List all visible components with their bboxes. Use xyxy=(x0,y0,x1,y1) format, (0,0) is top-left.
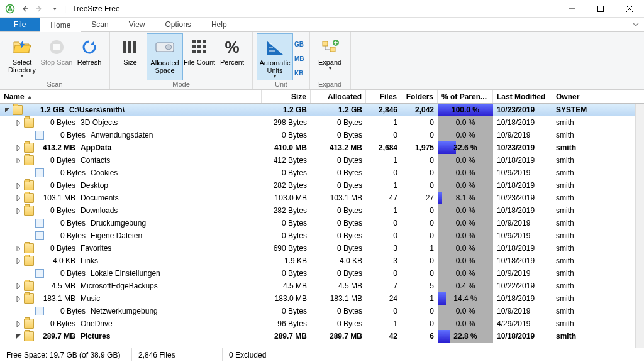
col-header-size[interactable]: Size xyxy=(262,90,311,103)
status-free-space: Free Space: 19.7 GB (of 38.9 GB) xyxy=(0,348,132,361)
inline-size-label: 1.2 GB xyxy=(25,106,68,114)
tree-row[interactable]: 4.5 MBMicrosoftEdgeBackups4.5 MB4.5 MB75… xyxy=(0,280,644,292)
unit-kb-button[interactable]: KB xyxy=(294,70,304,77)
cell-owner: smith xyxy=(552,229,635,242)
cell-size: 298 Bytes xyxy=(262,116,311,129)
folder-open-icon xyxy=(12,37,32,57)
expander-button[interactable] xyxy=(14,294,23,303)
select-directory-button[interactable]: Select Directory ▾ xyxy=(4,33,40,80)
tree-row[interactable]: 103.1 MBDocuments103.0 MB103.1 MB47278.1… xyxy=(0,192,644,204)
tree-row[interactable]: 0 BytesDruckumgebung0 Bytes0 Bytes000.0 … xyxy=(0,217,644,229)
nav-back-button[interactable] xyxy=(19,3,30,14)
col-header-percent[interactable]: % of Paren... xyxy=(438,90,493,103)
col-header-owner[interactable]: Owner xyxy=(552,90,635,103)
chevron-down-icon: ▾ xyxy=(329,66,331,72)
expander-button[interactable] xyxy=(14,194,23,202)
cell-allocated: 103.1 MB xyxy=(311,192,366,204)
cell-percent: 0.0 % xyxy=(438,317,493,330)
expander-button[interactable] xyxy=(14,118,23,127)
cell-folders: 0 xyxy=(401,255,438,267)
col-header-allocated[interactable]: Allocated xyxy=(311,90,366,103)
ribbon-collapse-button[interactable] xyxy=(628,18,644,31)
cell-owner: smith xyxy=(552,330,635,343)
cell-percent: 32.6 % xyxy=(438,141,493,154)
tab-home[interactable]: Home xyxy=(40,18,81,32)
vertical-scrollbar[interactable] xyxy=(635,104,644,348)
nav-forward-button[interactable] xyxy=(34,3,45,14)
cell-size: 0 Bytes xyxy=(262,217,311,229)
unit-gb-button[interactable]: GB xyxy=(294,41,304,48)
expander-button[interactable] xyxy=(14,156,23,165)
tab-options[interactable]: Options xyxy=(155,18,201,31)
tree-row[interactable]: 413.2 MBAppData410.0 MB413.2 MB2,6841,97… xyxy=(0,141,644,154)
col-header-folders[interactable]: Folders xyxy=(401,90,438,103)
expander-button[interactable] xyxy=(14,244,23,253)
cell-owner: smith xyxy=(552,317,635,330)
col-header-modified[interactable]: Last Modified xyxy=(493,90,552,103)
tree-row[interactable]: 0 BytesDesktop282 Bytes0 Bytes100.0 %10/… xyxy=(0,179,644,192)
expander-button[interactable] xyxy=(14,282,23,290)
folder-icon xyxy=(24,243,34,253)
cell-allocated: 0 Bytes xyxy=(311,229,366,242)
tree-row[interactable]: 0 Bytes3D Objects298 Bytes0 Bytes100.0 %… xyxy=(0,116,644,129)
cell-folders: 0 xyxy=(401,305,438,317)
unit-mb-button[interactable]: MB xyxy=(294,55,304,62)
tree-row[interactable]: 0 BytesAnwendungsdaten0 Bytes0 Bytes000.… xyxy=(0,129,644,141)
expander-button[interactable] xyxy=(3,106,11,114)
cell-owner: smith xyxy=(552,292,635,305)
tab-help[interactable]: Help xyxy=(201,18,237,31)
tree-row[interactable]: 0 BytesContacts412 Bytes0 Bytes100.0 %10… xyxy=(0,154,644,167)
cell-allocated: 289.7 MB xyxy=(311,330,366,343)
close-button[interactable] xyxy=(615,0,644,18)
expander-button[interactable] xyxy=(14,332,23,341)
row-name: Documents xyxy=(79,194,119,202)
cell-percent: 0.0 % xyxy=(438,255,493,267)
cell-allocated: 0 Bytes xyxy=(311,204,366,217)
tab-scan[interactable]: Scan xyxy=(81,18,118,31)
inline-size-label: 0 Bytes xyxy=(36,156,79,165)
refresh-button[interactable]: Refresh xyxy=(73,33,106,80)
mode-allocated-button[interactable]: Allocated Space xyxy=(147,33,183,80)
tree-row[interactable]: 0 BytesLokale Einstellungen0 Bytes0 Byte… xyxy=(0,267,644,280)
nav-history-dropdown[interactable]: ▾ xyxy=(49,3,60,14)
ribbon-group-expand: Expand xyxy=(318,80,341,89)
automatic-units-button[interactable]: Automatic Units ▾ xyxy=(257,33,293,80)
tree-grid[interactable]: 1.2 GBC:\Users\smith\1.2 GB1.2 GB2,8462,… xyxy=(0,104,644,348)
tab-view[interactable]: View xyxy=(119,18,155,31)
mode-filecount-button[interactable]: File Count xyxy=(183,33,216,80)
cell-allocated: 0 Bytes xyxy=(311,129,366,141)
tree-row[interactable]: 0 BytesOneDrive96 Bytes0 Bytes100.0 %4/2… xyxy=(0,317,644,330)
cell-modified: 4/29/2019 xyxy=(493,317,552,330)
expander-button[interactable] xyxy=(14,181,23,190)
cell-owner: SYSTEM xyxy=(552,104,635,116)
col-header-name[interactable]: Name▲ xyxy=(0,90,262,103)
tree-row[interactable]: 0 BytesFavorites690 Bytes0 Bytes310.0 %1… xyxy=(0,242,644,255)
tree-row[interactable]: 0 BytesEigene Dateien0 Bytes0 Bytes000.0… xyxy=(0,229,644,242)
stop-scan-button[interactable]: Stop Scan xyxy=(40,33,73,80)
disk-icon xyxy=(155,38,175,58)
cell-size: 96 Bytes xyxy=(262,317,311,330)
expander-button[interactable] xyxy=(14,319,23,328)
cell-allocated: 0 Bytes xyxy=(311,267,366,280)
minimize-button[interactable] xyxy=(557,0,586,18)
mode-percent-button[interactable]: % Percent xyxy=(216,33,248,80)
tree-row[interactable]: 289.7 MBPictures289.7 MB289.7 MB42622.8 … xyxy=(0,330,644,343)
cell-files: 1 xyxy=(366,179,401,192)
tree-row[interactable]: 183.1 MBMusic183.0 MB183.1 MB24114.4 %10… xyxy=(0,292,644,305)
col-header-files[interactable]: Files xyxy=(366,90,401,103)
expand-button[interactable]: Expand ▾ xyxy=(314,33,347,80)
expander-button[interactable] xyxy=(14,206,23,215)
cell-allocated: 413.2 MB xyxy=(311,141,366,154)
tree-row[interactable]: 0 BytesCookies0 Bytes0 Bytes000.0 %10/9/… xyxy=(0,167,644,179)
tab-file[interactable]: File xyxy=(0,18,40,31)
tree-row[interactable]: 1.2 GBC:\Users\smith\1.2 GB1.2 GB2,8462,… xyxy=(0,104,644,116)
expander-button[interactable] xyxy=(14,143,23,152)
mode-size-button[interactable]: Size xyxy=(114,33,147,80)
tree-row[interactable]: 4.0 KBLinks1.9 KB4.0 KB300.0 %10/18/2019… xyxy=(0,255,644,267)
expander-button[interactable] xyxy=(14,256,23,265)
tree-row[interactable]: 0 BytesDownloads282 Bytes0 Bytes100.0 %1… xyxy=(0,204,644,217)
folder-icon xyxy=(24,206,34,216)
tree-row[interactable]: 0 BytesNetzwerkumgebung0 Bytes0 Bytes000… xyxy=(0,305,644,317)
ribbon-group-unit: Unit xyxy=(275,80,287,89)
maximize-button[interactable] xyxy=(586,0,615,18)
